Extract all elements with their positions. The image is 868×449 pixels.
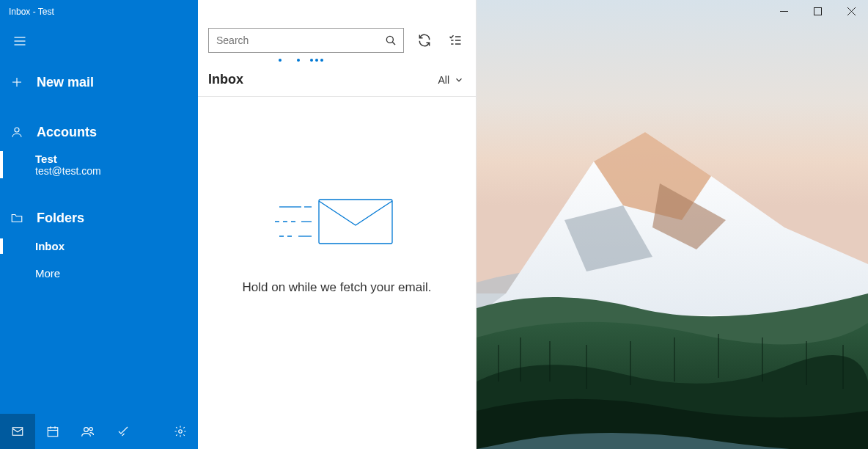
window-title: Inbox - Test [0,0,198,23]
new-mail-label: New mail [37,75,94,90]
nav-mail-button[interactable] [0,414,35,449]
folders-label: Folders [37,211,84,226]
mail-icon [11,425,24,438]
folders-header[interactable]: Folders [0,203,198,233]
account-name: Test [35,153,198,165]
nav-todo-button[interactable] [106,414,141,449]
accounts-label: Accounts [37,125,97,140]
sync-button[interactable] [414,30,435,51]
svg-line-15 [392,42,395,45]
close-icon [847,7,856,15]
svg-rect-7 [48,428,58,437]
hamburger-button[interactable] [0,23,198,59]
sidebar: Inbox - Test New mail Accounts Test test… [0,0,198,449]
filter-label: All [438,74,449,86]
account-email: test@test.com [35,165,198,177]
close-button[interactable] [834,0,868,22]
nav-calendar-button[interactable] [35,414,70,449]
people-icon [81,424,95,439]
svg-point-13 [179,430,183,434]
reading-pane [477,0,868,449]
hamburger-icon [12,34,27,48]
minimize-icon [780,7,788,15]
folder-more[interactable]: More [0,260,198,287]
maximize-button[interactable] [801,0,834,22]
empty-state: Hold on while we fetch your email. [198,97,476,449]
svg-point-14 [386,36,393,43]
folder-label: More [35,267,60,280]
svg-point-5 [15,128,19,132]
svg-point-12 [89,428,92,431]
list-toolbar [198,21,476,57]
active-indicator [0,151,3,178]
loading-indicator [198,57,476,65]
search-box[interactable] [208,28,404,53]
folder-label: Inbox [35,240,65,252]
minimize-button[interactable] [767,0,801,22]
window-controls [767,0,868,22]
svg-point-11 [84,428,89,432]
message-list-pane: Inbox All Hold on while we fetch your em… [198,0,477,449]
gear-icon [174,425,187,438]
svg-rect-40 [814,7,821,15]
nav-people-button[interactable] [70,414,106,449]
search-input[interactable] [216,34,384,46]
svg-rect-21 [319,200,392,244]
background-image [477,0,868,449]
empty-message: Hold on while we fetch your email. [243,280,432,295]
refresh-icon [417,33,432,48]
todo-icon [117,425,130,438]
list-header: Inbox All [198,65,476,97]
account-item[interactable]: Test test@test.com [0,147,198,183]
maximize-icon [814,7,822,15]
filter-dropdown[interactable]: All [438,74,464,86]
search-icon[interactable] [384,34,397,47]
flying-envelope-icon [275,192,400,251]
checklist-icon [448,33,463,48]
person-icon [10,125,23,139]
plus-icon [10,76,23,89]
folder-icon [10,211,23,224]
svg-rect-6 [12,428,23,436]
active-indicator [0,238,3,254]
nav-settings-button[interactable] [163,414,198,449]
calendar-icon [46,425,59,438]
bottom-nav [0,414,198,449]
select-mode-button[interactable] [445,30,466,51]
chevron-down-icon [454,75,464,85]
accounts-header[interactable]: Accounts [0,117,198,147]
new-mail-button[interactable]: New mail [0,63,198,101]
list-title: Inbox [208,72,243,87]
folder-inbox[interactable]: Inbox [0,233,198,260]
